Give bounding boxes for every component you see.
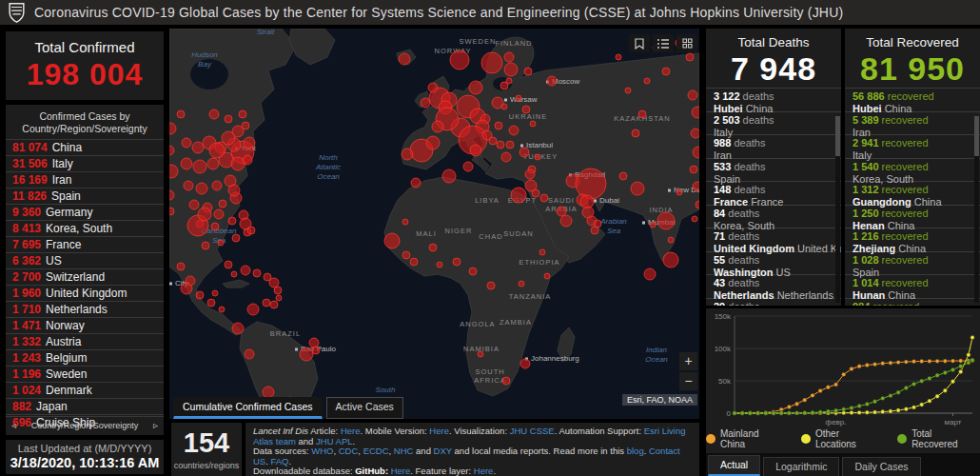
data-point[interactable] <box>904 407 908 411</box>
chart-tab[interactable]: Logarithmic <box>763 457 839 476</box>
chart-tab[interactable]: Actual <box>708 455 760 476</box>
case-bubble[interactable] <box>524 68 532 75</box>
case-bubble[interactable] <box>631 182 644 195</box>
recovered-row[interactable]: 1 250 recoveredHenan China <box>845 205 980 228</box>
case-bubble[interactable] <box>241 266 250 275</box>
data-point[interactable] <box>857 365 861 368</box>
confirmed-row[interactable]: 1 243Belgium <box>6 349 164 366</box>
confirmed-row[interactable]: 11 826Spain <box>6 188 164 204</box>
case-bubble[interactable] <box>686 53 694 61</box>
death-row[interactable]: 148 deathsFrance France <box>706 181 841 205</box>
death-row[interactable]: 3 122 deathsHubei China <box>706 88 841 111</box>
confirmed-row[interactable]: 16 169Iran <box>6 171 164 188</box>
case-bubble[interactable] <box>502 377 510 385</box>
data-point[interactable] <box>865 363 869 367</box>
case-bubble[interactable] <box>520 359 530 368</box>
map-tab[interactable]: Cumulative Confirmed Cases <box>173 397 323 419</box>
data-point[interactable] <box>803 410 807 414</box>
legend-list-icon[interactable] <box>653 34 674 52</box>
info-link[interactable]: Here <box>474 466 494 476</box>
data-point[interactable] <box>811 393 814 397</box>
data-point[interactable] <box>967 361 970 365</box>
case-bubble[interactable] <box>253 269 261 277</box>
info-link[interactable]: DXY <box>434 446 452 456</box>
case-bubble[interactable] <box>547 76 557 86</box>
data-point[interactable] <box>826 409 830 413</box>
zoom-out-button[interactable]: − <box>679 372 697 390</box>
recovered-scrollbar-thumb[interactable] <box>974 116 979 156</box>
data-point[interactable] <box>896 390 900 394</box>
recovered-row[interactable]: 2 941 recovered Italy <box>845 134 980 158</box>
data-point[interactable] <box>794 402 798 406</box>
death-row[interactable]: 84 deaths Korea, South <box>706 205 841 228</box>
case-bubble[interactable] <box>211 223 219 230</box>
case-bubble[interactable] <box>182 138 191 148</box>
data-point[interactable] <box>857 410 861 414</box>
data-point[interactable] <box>889 409 892 413</box>
data-point[interactable] <box>951 367 954 371</box>
case-bubble[interactable] <box>509 126 519 135</box>
case-bubble[interactable] <box>690 166 697 173</box>
case-bubble[interactable] <box>269 278 279 288</box>
case-bubble[interactable] <box>192 142 204 153</box>
data-point[interactable] <box>772 411 775 415</box>
case-bubble[interactable] <box>219 200 226 208</box>
case-bubble[interactable] <box>181 283 192 294</box>
data-point[interactable] <box>896 408 900 412</box>
case-bubble[interactable] <box>244 137 255 149</box>
confirmed-row[interactable]: 2 700Switzerland <box>6 268 164 285</box>
case-bubble[interactable] <box>644 268 656 280</box>
case-bubble[interactable] <box>384 233 400 248</box>
recovered-row[interactable]: 5 389 recovered Iran <box>845 111 980 135</box>
bookmark-icon[interactable] <box>629 34 650 52</box>
case-bubble[interactable] <box>232 234 240 242</box>
case-bubble[interactable] <box>450 50 469 69</box>
info-link[interactable]: NHC <box>394 446 414 456</box>
data-point[interactable] <box>920 403 924 407</box>
data-point[interactable] <box>764 411 768 415</box>
data-point[interactable] <box>787 405 791 408</box>
death-row[interactable]: 71 deathsUnited Kingdom United Kingdom <box>706 228 841 251</box>
data-point[interactable] <box>943 359 947 363</box>
case-bubble[interactable] <box>442 169 456 183</box>
case-bubble[interactable] <box>676 189 682 195</box>
data-point[interactable] <box>896 360 900 364</box>
case-bubble[interactable] <box>511 188 526 203</box>
case-bubble[interactable] <box>243 155 252 165</box>
data-point[interactable] <box>970 335 974 339</box>
case-bubble[interactable] <box>560 215 572 227</box>
case-bubble[interactable] <box>481 52 502 73</box>
data-point[interactable] <box>850 406 853 409</box>
case-bubble[interactable] <box>632 129 639 137</box>
confirmed-row[interactable]: 9 360Germany <box>6 204 164 220</box>
data-point[interactable] <box>889 393 892 397</box>
case-bubble[interactable] <box>591 227 598 234</box>
case-bubble[interactable] <box>399 53 410 65</box>
info-link[interactable]: FAQ <box>270 456 288 466</box>
case-bubble[interactable] <box>650 222 656 228</box>
world-map[interactable]: StraitHudsonBayNorthAtlanticOceanCaribbe… <box>169 29 699 419</box>
case-bubble[interactable] <box>657 212 675 229</box>
case-bubble[interactable] <box>625 88 631 93</box>
data-point[interactable] <box>951 379 954 383</box>
case-bubble[interactable] <box>184 181 193 190</box>
data-point[interactable] <box>733 411 736 415</box>
case-bubble[interactable] <box>506 141 514 149</box>
death-row[interactable]: 55 deathsWashington US <box>706 251 841 275</box>
case-bubble[interactable] <box>535 154 540 160</box>
data-point[interactable] <box>959 365 963 368</box>
case-bubble[interactable] <box>228 217 236 225</box>
data-point[interactable] <box>904 360 908 364</box>
data-point[interactable] <box>794 411 798 415</box>
case-bubble[interactable] <box>212 181 222 190</box>
case-bubble[interactable] <box>463 162 473 171</box>
pager-next-icon[interactable]: ▹ <box>153 420 158 430</box>
case-bubble[interactable] <box>688 90 697 100</box>
case-bubble[interactable] <box>402 149 413 160</box>
confirmed-row[interactable]: 31 506Italy <box>6 155 164 171</box>
case-bubble[interactable] <box>693 182 699 191</box>
data-point[interactable] <box>967 353 970 357</box>
case-bubble[interactable] <box>638 110 646 118</box>
case-bubble[interactable] <box>239 110 246 118</box>
info-link[interactable]: Here <box>341 426 361 436</box>
